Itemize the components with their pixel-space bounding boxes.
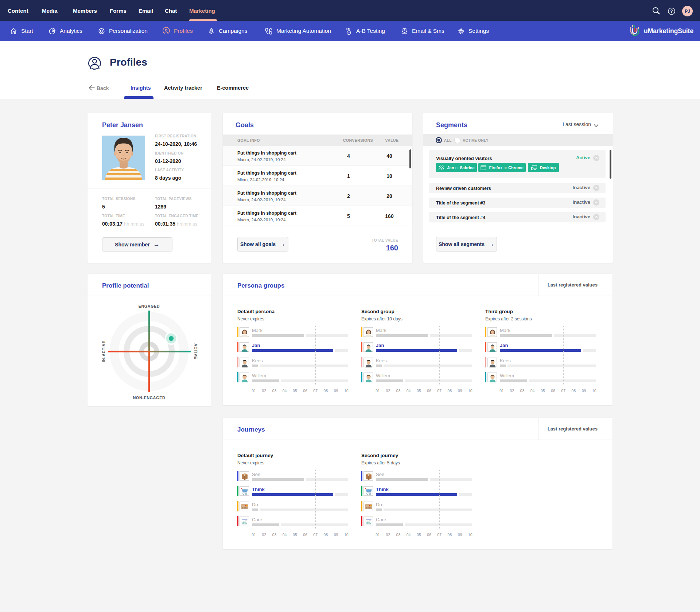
svg-text:IN-ACTIVE: IN-ACTIVE (101, 340, 106, 362)
svg-text:ACTIVE: ACTIVE (194, 343, 198, 359)
svg-text:?: ? (670, 9, 673, 14)
svg-text:ENGAGED: ENGAGED (139, 304, 160, 308)
svg-text:NON-ENGAGED: NON-ENGAGED (133, 395, 166, 400)
